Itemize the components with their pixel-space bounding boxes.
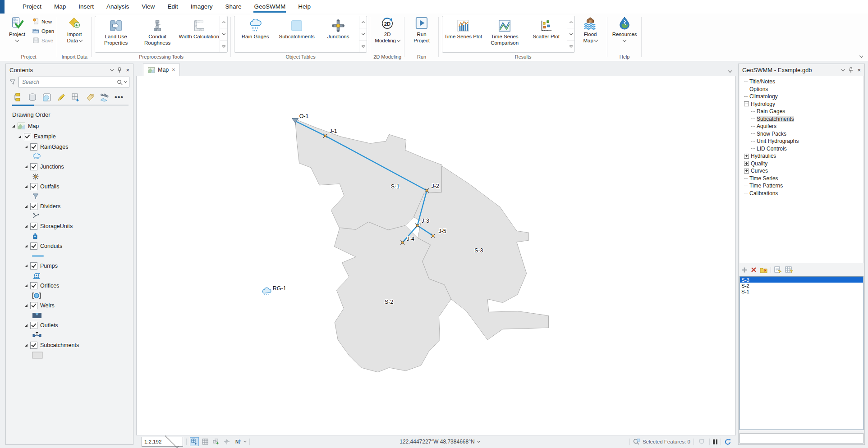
scroll-down-icon[interactable]	[569, 32, 573, 35]
feature-list-item[interactable]: S-1	[740, 288, 863, 294]
scroll-up-icon[interactable]	[362, 21, 365, 24]
tree-item-junctions[interactable]: Junctions	[6, 161, 133, 172]
menu-help[interactable]: Help	[292, 0, 317, 14]
refresh-icon[interactable]	[724, 439, 731, 445]
layer-checkbox[interactable]	[30, 223, 37, 230]
tree-item-options[interactable]: Options	[739, 86, 863, 93]
tab-imagery[interactable]	[99, 92, 110, 103]
tree-item-dividers[interactable]: Dividers	[6, 201, 133, 211]
gallery-expand-icon[interactable]	[362, 46, 365, 47]
raingage-rg1-marker[interactable]	[262, 288, 271, 295]
pause-drawing-button[interactable]	[713, 439, 717, 444]
ribbon-collapse-icon[interactable]	[859, 54, 863, 58]
expander-icon[interactable]	[25, 344, 28, 347]
tree-item-subcatchments[interactable]: Subcatchments	[739, 115, 863, 123]
layer-checkbox[interactable]	[30, 302, 37, 309]
expander-icon[interactable]	[25, 324, 28, 327]
layer-checkbox[interactable]	[30, 183, 37, 190]
gallery-expand-icon[interactable]	[222, 46, 225, 47]
add-feature-icon[interactable]	[741, 267, 748, 273]
tree-item-conduits[interactable]: Conduits	[6, 241, 133, 251]
tree-item-unit-hydrographs[interactable]: Unit Hydrographs	[739, 137, 863, 145]
tree-item-example[interactable]: Example	[6, 131, 133, 142]
more-snapping-chevron-icon[interactable]	[243, 439, 247, 443]
tab-editing[interactable]	[55, 92, 67, 103]
menu-project[interactable]: Project	[16, 0, 48, 14]
conduit-roughness-button[interactable]: Conduit Roughness	[137, 16, 178, 52]
close-panel-icon[interactable]: ×	[857, 67, 861, 73]
tab-more-options[interactable]: •••	[113, 92, 125, 103]
tree-item-title-notes[interactable]: Title/Notes	[739, 78, 863, 86]
tree-item-quality[interactable]: Quality	[739, 160, 863, 168]
menu-map[interactable]: Map	[48, 0, 72, 14]
search-icon[interactable]	[117, 79, 123, 85]
layer-checkbox[interactable]	[30, 262, 37, 270]
expander-icon[interactable]	[25, 265, 28, 267]
snap-to-grid-toggle[interactable]	[190, 437, 199, 446]
gallery-expand-icon[interactable]	[569, 46, 573, 47]
gallery-scrollbar[interactable]	[567, 16, 574, 52]
tree-item-hydraulics[interactable]: Hydraulics	[739, 152, 863, 160]
tree-item-snow-packs[interactable]: Snow Packs	[739, 130, 863, 138]
expander-icon[interactable]	[25, 304, 28, 307]
delete-all-folder-icon[interactable]	[760, 267, 767, 273]
tree-item-orifices[interactable]: Orifices	[6, 280, 133, 291]
grid-toggle[interactable]	[201, 437, 210, 446]
tree-item-calibrations[interactable]: Calibrations	[739, 190, 863, 197]
feature-list[interactable]: S-3 S-2 S-1	[739, 276, 863, 430]
project-button[interactable]: Project	[3, 15, 31, 41]
expander-icon[interactable]	[25, 284, 28, 287]
layer-checkbox[interactable]	[24, 133, 31, 140]
map-view-tab[interactable]: Map ×	[143, 64, 180, 76]
tree-item-outfalls[interactable]: Outfalls	[6, 181, 133, 192]
tree-item-subcatchments[interactable]: Subcatchments	[6, 340, 133, 350]
tree-item-outlets[interactable]: Outlets	[6, 320, 133, 330]
scroll-up-icon[interactable]	[222, 21, 225, 24]
crosshair-toggle[interactable]	[222, 437, 231, 446]
land-use-properties-button[interactable]: Land Use Properties	[95, 16, 137, 52]
tree-item-storageunits[interactable]: StorageUnits	[6, 221, 133, 231]
pin-icon[interactable]	[117, 67, 122, 73]
search-options-chevron-icon[interactable]	[124, 80, 127, 83]
tab-list-chevron-icon[interactable]	[728, 69, 732, 73]
expand-icon[interactable]	[744, 169, 749, 174]
expander-icon[interactable]	[12, 125, 15, 128]
expand-icon[interactable]	[744, 161, 749, 166]
expander-icon[interactable]	[25, 146, 28, 148]
layer-checkbox[interactable]	[30, 322, 37, 329]
tree-item-time-patterns[interactable]: Time Patterns	[739, 182, 863, 190]
filter-icon[interactable]	[9, 79, 16, 85]
tab-selection[interactable]	[41, 92, 53, 103]
tree-item-map[interactable]: Map	[6, 121, 133, 131]
pin-icon[interactable]	[849, 67, 853, 73]
subcatchments-button[interactable]: Subcatchments	[276, 16, 317, 52]
tree-item-curves[interactable]: Curves	[739, 167, 863, 175]
rain-gages-button[interactable]: Rain Gages	[234, 16, 276, 52]
menu-imagery[interactable]: Imagery	[184, 0, 219, 14]
tree-item-hydrology[interactable]: Hydrology	[739, 101, 863, 108]
close-panel-icon[interactable]: ×	[126, 67, 129, 73]
junctions-button[interactable]: Junctions	[317, 16, 359, 52]
tree-item-pumps[interactable]: Pumps	[6, 261, 133, 271]
feature-list-item[interactable]: S-3	[740, 277, 863, 283]
map-scale-select[interactable]: 1:2,192	[142, 437, 183, 447]
coordinates-display[interactable]: 122.4447227°W 48.7384668°N	[400, 439, 479, 445]
tree-item-rain-gages[interactable]: Rain Gages	[739, 108, 863, 115]
scroll-up-icon[interactable]	[569, 21, 573, 24]
expander-icon[interactable]	[25, 225, 28, 228]
run-project-button[interactable]: Run Project	[408, 15, 436, 44]
menu-view[interactable]: View	[135, 0, 161, 14]
scatter-plot-button[interactable]: Scatter Plot	[525, 16, 567, 52]
open-button[interactable]: Open	[32, 27, 54, 34]
tree-item-weirs[interactable]: Weirs	[6, 300, 133, 311]
layer-checkbox[interactable]	[30, 242, 37, 250]
resources-button[interactable]: Resources	[611, 15, 638, 41]
open-table-icon[interactable]	[785, 266, 794, 273]
search-input[interactable]	[21, 78, 115, 86]
tree-item-aquifers[interactable]: Aquifers	[739, 123, 863, 130]
gallery-scrollbar[interactable]	[220, 16, 227, 52]
scroll-down-icon[interactable]	[362, 32, 365, 35]
collapse-icon[interactable]	[744, 101, 749, 106]
panel-menu-chevron-icon[interactable]	[110, 67, 114, 71]
tree-item-raingages[interactable]: RainGages	[6, 142, 133, 152]
